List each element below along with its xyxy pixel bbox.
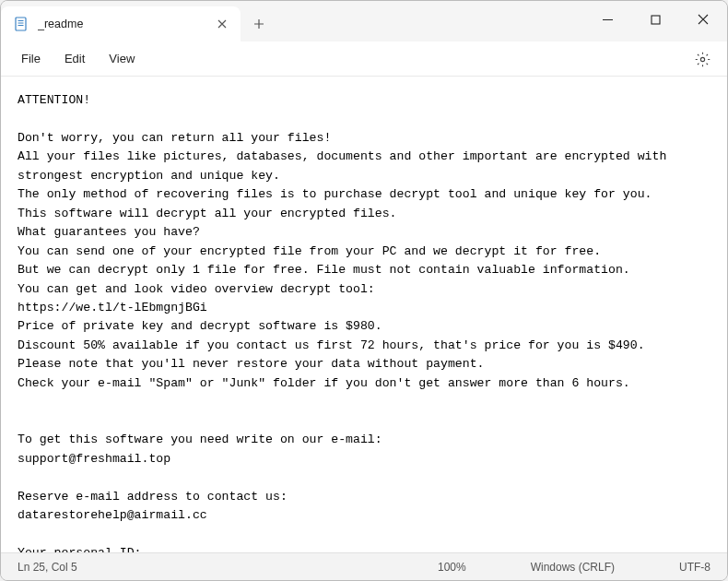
text-content[interactable]: ATTENTION! Don't worry, you can return a…: [1, 77, 727, 552]
menu-edit[interactable]: Edit: [53, 46, 96, 71]
titlebar: _readme: [1, 1, 727, 42]
svg-rect-4: [652, 16, 660, 24]
close-button[interactable]: [679, 1, 727, 38]
tab-readme[interactable]: _readme: [1, 6, 241, 42]
new-tab-button[interactable]: [241, 6, 277, 42]
status-position: Ln 25, Col 5: [18, 561, 438, 574]
notepad-icon: [14, 17, 29, 31]
tab-label: _readme: [38, 18, 205, 30]
svg-rect-0: [16, 18, 26, 30]
maximize-button[interactable]: [631, 1, 679, 38]
menu-view[interactable]: View: [98, 46, 146, 71]
svg-point-5: [700, 57, 704, 61]
statusbar: Ln 25, Col 5 100% Windows (CRLF) UTF-8: [1, 552, 727, 580]
close-tab-icon[interactable]: [215, 17, 229, 31]
status-line-ending: Windows (CRLF): [531, 561, 615, 574]
status-encoding: UTF-8: [679, 561, 710, 574]
minimize-button[interactable]: [583, 1, 631, 38]
menu-file[interactable]: File: [10, 46, 52, 71]
menubar: File Edit View: [1, 42, 727, 77]
status-zoom[interactable]: 100%: [438, 561, 466, 574]
settings-button[interactable]: [690, 47, 714, 71]
window-controls: [583, 1, 727, 38]
